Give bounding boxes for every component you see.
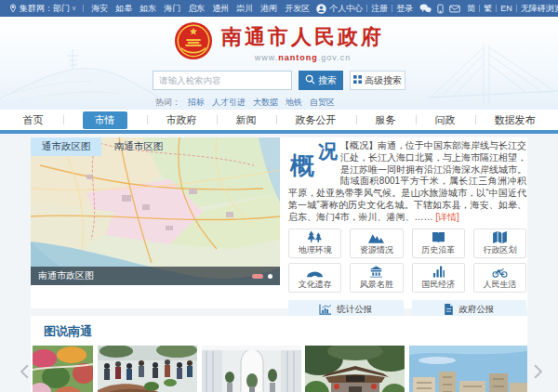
carousel-indicator[interactable] xyxy=(268,274,272,279)
main-nav: 首页市情市政府新闻政务公开服务问政数据发布 xyxy=(0,110,558,130)
department-dropdown[interactable]: 部门 xyxy=(53,3,70,15)
hot-words-label: 热词： xyxy=(155,97,180,109)
carousel-prev-button[interactable] xyxy=(19,362,30,381)
site-title: 南通市人民政府 xyxy=(221,23,384,51)
lang-english-button[interactable]: EN xyxy=(500,4,512,13)
nav-item[interactable]: 政务公开 xyxy=(276,110,356,130)
user-icon xyxy=(316,4,326,14)
fan-icon xyxy=(307,265,323,278)
district-site-link[interactable]: 海门 xyxy=(164,3,180,15)
mail-icon[interactable] xyxy=(449,5,460,13)
gallery-card: 图说南通 xyxy=(31,316,527,392)
photo-bonsai-hall[interactable] xyxy=(202,346,301,392)
nav-item[interactable]: 问政 xyxy=(416,110,475,130)
district-site-link[interactable]: 崇川 xyxy=(236,3,253,15)
map-image xyxy=(31,137,280,285)
mountains-icon xyxy=(368,230,384,243)
nav-item[interactable]: 服务 xyxy=(356,110,416,130)
nav-item[interactable]: 数据发布 xyxy=(475,110,555,130)
top-bar: 集群网： 部门 ∨ 海安如皋如东海门启东通州崇川港闸开发区 个人中心 注册 登录 xyxy=(0,0,558,17)
divider xyxy=(496,5,497,12)
nav-item[interactable]: 市政府 xyxy=(147,110,217,130)
tab-district-map[interactable]: 通市政区图 xyxy=(31,137,101,156)
login-link[interactable]: 登录 xyxy=(396,3,413,15)
carousel-next-button[interactable] xyxy=(532,362,543,381)
district-site-link[interactable]: 启东 xyxy=(188,3,205,15)
search-button[interactable]: 搜索 xyxy=(299,71,343,90)
hot-word-link[interactable]: 人才引进 xyxy=(212,97,246,109)
overview-grid-item[interactable]: 人民生活 xyxy=(473,263,526,293)
site-url: www.nantong.gov.cn xyxy=(221,53,384,62)
overview-grid-item[interactable]: 资源情况 xyxy=(350,229,403,258)
stats-icon xyxy=(319,304,332,317)
overview-grid-item[interactable]: 文化遗存 xyxy=(288,263,341,293)
photo-city-buildings[interactable] xyxy=(409,346,527,392)
district-site-link[interactable]: 开发区 xyxy=(285,3,310,15)
carousel-indicator-active[interactable] xyxy=(252,274,263,279)
district-site-link[interactable]: 如皋 xyxy=(115,3,132,15)
map-icon xyxy=(493,230,507,243)
nav-accent-bar xyxy=(0,130,558,134)
location-pin-icon xyxy=(9,4,17,13)
book-icon xyxy=(432,230,445,243)
district-site-links: 海安如皋如东海门启东通州崇川港闸开发区 xyxy=(87,3,313,15)
city-profile-card: 通市政区图 南通市区图 南通市政区图 概 况 【概况】南通，位于中国东部海岸线与… xyxy=(31,137,527,308)
bar-chart-icon xyxy=(432,265,445,278)
nav-item[interactable]: 市情 xyxy=(63,110,147,130)
district-site-link[interactable]: 海安 xyxy=(91,3,108,15)
divider xyxy=(479,5,480,12)
pavilion-icon xyxy=(369,265,383,278)
district-map[interactable]: 通市政区图 南通市区图 南通市政区图 xyxy=(31,137,280,285)
divider xyxy=(392,5,392,12)
user-center-link[interactable]: 个人中心 xyxy=(329,3,363,15)
wechat-icon[interactable] xyxy=(419,4,432,13)
bicycle-icon xyxy=(492,265,508,278)
hot-words: 热词： 招标人才引进大数据地铁自贸区 xyxy=(155,97,335,109)
overview-panel: 概 况 【概况】南通，位于中国东部海岸线与长江交汇处，长江入海口北翼，与上海市隔… xyxy=(288,140,526,320)
register-link[interactable]: 注册 xyxy=(371,3,388,15)
overview-title: 概 况 xyxy=(288,140,340,181)
site-header: 南通市人民政府 www.nantong.gov.cn 搜索 高级搜索 热词： 招… xyxy=(0,17,558,110)
national-emblem xyxy=(174,21,213,64)
divider xyxy=(83,5,84,12)
trees-icon xyxy=(307,230,323,243)
overview-grid-item[interactable]: 地理环境 xyxy=(288,229,341,258)
nav-item[interactable]: 新闻 xyxy=(217,110,276,130)
photo-flower-garden[interactable] xyxy=(33,346,93,392)
accessibility-link[interactable]: 无障碍浏览 xyxy=(521,3,558,15)
page: 集群网： 部门 ∨ 海安如皋如东海门启东通州崇川港闸开发区 个人中心 注册 登录 xyxy=(0,0,558,392)
chevron-down-icon: ∨ xyxy=(72,5,76,12)
district-site-link[interactable]: 如东 xyxy=(140,3,156,15)
search-icon xyxy=(305,74,315,86)
detail-link[interactable]: [详情] xyxy=(435,212,459,222)
divider xyxy=(516,5,517,12)
hot-word-link[interactable]: 地铁 xyxy=(286,97,302,109)
overview-grid-item[interactable]: 风景名胜 xyxy=(350,263,403,293)
district-site-link[interactable]: 港闸 xyxy=(260,3,277,15)
cluster-network-label: 集群网： xyxy=(20,3,53,15)
document-icon xyxy=(444,304,454,317)
divider xyxy=(366,5,367,12)
gallery-title: 图说南通 xyxy=(44,323,92,340)
advanced-search-button[interactable]: 高级搜索 xyxy=(350,71,405,90)
search-input[interactable] xyxy=(153,71,292,90)
hot-word-link[interactable]: 招标 xyxy=(188,97,205,109)
grid-icon xyxy=(353,75,362,85)
overview-grid-item[interactable]: 行政区划 xyxy=(473,229,526,258)
district-site-link[interactable]: 通州 xyxy=(212,3,229,15)
overview-grid-item[interactable]: 历史沿革 xyxy=(412,229,465,258)
overview-grid: 地理环境 资源情况 历史沿革 行政区划 xyxy=(288,229,526,293)
map-caption: 南通市政区图 xyxy=(38,269,94,282)
hot-word-link[interactable]: 大数据 xyxy=(253,97,278,109)
hot-word-link[interactable]: 自贸区 xyxy=(310,97,335,109)
tab-city-map[interactable]: 南通市区图 xyxy=(105,137,172,156)
photo-garden-crowd[interactable] xyxy=(98,346,197,392)
photo-temple-gate[interactable] xyxy=(305,346,405,392)
nav-item[interactable]: 首页 xyxy=(4,110,63,130)
photo-carousel xyxy=(31,346,527,392)
lang-simplified-button[interactable]: 简 xyxy=(467,3,475,15)
mobile-icon[interactable] xyxy=(437,4,444,14)
overview-grid-item[interactable]: 国民经济 xyxy=(412,263,465,293)
map-caption-bar: 南通市政区图 xyxy=(31,267,280,285)
lang-traditional-button[interactable]: 繁 xyxy=(484,3,492,15)
